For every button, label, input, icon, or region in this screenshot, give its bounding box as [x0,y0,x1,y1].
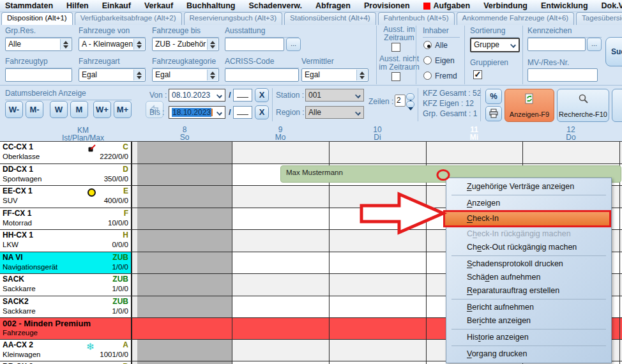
vehicle-name: SACK2 [3,297,29,306]
vehicle-name: SACK [3,275,24,284]
vehicle-type: Sportwagen [3,175,42,183]
vehicle-group-letter: D [123,165,128,174]
vehicle-group-letter: A [123,340,128,349]
vehicle-panel-cell[interactable]: SACKSackkarreZUB1/0/0 [0,274,131,296]
vehicle-name: CC-CX 1 [3,142,33,151]
vehicle-name: AA-CX 2 [3,340,33,349]
panel-grid-splitter [131,252,137,273]
context-menu-item-check-in-r-ckg-ngig-machen: Check-In rückgängig machen [446,227,611,241]
context-menu-item-schadensprotokoll-drucken[interactable]: Schadensprotokoll drucken [446,257,611,271]
vehicle-panel-cell[interactable]: SACK2SackkarreZUB1/0/0 [0,296,131,317]
context-menu: Zugehörige Verträge anzeigenAnzeigenChec… [446,178,612,363]
vehicle-type: Fahrzeuge [3,329,38,337]
vehicle-group-letter: C [123,142,128,151]
weekend-column-cell[interactable] [137,142,232,163]
vehicle-group-letter: F [124,209,128,218]
panel-grid-splitter [131,208,137,229]
weekend-column-cell[interactable] [137,340,232,361]
menu-separator [451,329,606,330]
panel-grid-splitter [131,230,137,252]
vehicle-km-values: 1/0/0 [112,285,128,292]
context-menu-item-check-in[interactable]: Check-In [443,210,611,227]
vehicle-type: Navigationsgerät [3,263,57,271]
vehicle-type: Kleinwagen [3,351,40,358]
panel-grid-splitter [131,340,137,361]
vehicle-group-letter: ZUB [112,275,128,284]
vehicle-group-letter: H [123,231,128,239]
context-menu-item-anzeigen[interactable]: Anzeigen [446,197,611,210]
vehicle-km-values: 10/0/0 [108,219,128,227]
context-menu-item-bericht-aufnehmen[interactable]: Bericht aufnehmen [446,301,611,314]
context-menu-item-reparaturauftrag-erstellen[interactable]: Reparaturauftrag erstellen [446,284,611,298]
vehicle-group-letter: ZUB [112,297,128,306]
weekend-column-cell[interactable] [137,186,232,208]
schedule-row-cells[interactable] [137,142,622,163]
vehicle-name: EE-CX 1 [3,186,33,195]
vehicle-km-values: 2220/0/0 [100,153,128,160]
weekend-column-cell[interactable] [137,230,232,252]
vehicle-panel-cell[interactable]: FF-CX 1MotorradF10/0/0 [0,208,131,229]
weekend-column-cell[interactable] [137,208,232,229]
vehicle-type: Sackkarre [3,285,36,292]
vehicle-panel-cell[interactable]: CC-CX 1OberklasseC2220/0/0 [0,142,131,163]
menu-separator [451,299,606,300]
disposition-window: StammdatenHilfenEinkaufVerkaufBuchhaltun… [0,0,622,364]
vehicle-panel-cell[interactable]: DD-CX 1SportwagenD350/0/0 [0,164,131,185]
weekend-column-cell[interactable] [137,252,232,273]
menu-separator [451,345,606,346]
weekend-column-cell[interactable] [137,361,232,364]
vehicle-name: DD-CX 1 [3,165,33,174]
vehicle-km-values: 1/0/0 [112,307,128,315]
vehicle-panel-cell[interactable]: HH-CX 1LKWH0/0/0 [0,230,131,252]
weekend-column-cell[interactable] [137,274,232,296]
telematics-pen-icon [86,143,97,154]
panel-grid-splitter [131,318,137,339]
vehicle-panel-cell[interactable]: 002 - Minden PremiumFahrzeuge [0,318,131,339]
vehicle-group-letter: ZUB [112,253,128,262]
menu-separator [451,255,606,256]
context-menu-item-zugeh-rige-vertr-ge-anzeigen[interactable]: Zugehörige Verträge anzeigen [446,180,611,193]
vehicle-panel-cell[interactable]: EE-CX 1SUVE400/0/0 [0,186,131,208]
context-menu-item-vorgang-drucken[interactable]: Vorgang drucken [446,347,611,361]
vehicle-km-values: 0/0/0 [112,241,128,248]
vehicle-type: Motorrad [3,219,32,227]
vehicle-row: CC-CX 1OberklasseC2220/0/0 [0,142,622,164]
panel-grid-splitter [131,142,137,163]
panel-grid-splitter [131,186,137,208]
status-dot-icon [86,187,97,198]
vehicle-group-letter: E [123,186,128,195]
context-menu-item-check-out-r-ckg-ngig-machen[interactable]: Check-Out rückgängig machen [446,241,611,254]
vehicle-name: FF-CX 1 [3,209,31,218]
vehicle-type: LKW [3,241,19,248]
context-menu-item-berichte-anzeigen[interactable]: Berichte anzeigen [446,314,611,328]
vehicle-km-values: 350/0/0 [104,175,128,183]
vehicle-panel-cell[interactable]: NA VINavigationsgerätZUB1/0/0 [0,252,131,273]
winter-snowflake-icon: ❄ [86,341,97,352]
vehicle-km-values: 1001/0/0 [100,351,128,358]
vehicle-type: Sackkarre [3,307,36,315]
panel-grid-splitter [131,164,137,185]
vehicle-name: 002 - Minden Premium [3,319,91,328]
vehicle-km-values: 400/0/0 [104,197,128,204]
panel-grid-splitter [131,361,137,364]
vehicle-name: HH-CX 1 [3,231,33,239]
context-menu-item-sch-den-aufnehmen[interactable]: Schäden aufnehmen [446,271,611,284]
menu-separator [451,195,606,195]
weekend-column-cell[interactable] [137,296,232,317]
vehicle-name: NA VI [3,253,23,262]
vehicle-type: Oberklasse [3,153,40,160]
vehicle-panel-cell[interactable]: AA-CX 2KleinwagenA1001/0/0❄ [0,340,131,361]
vehicle-km-values: 1/0/0 [112,263,128,271]
context-menu-item-historie-anzeigen[interactable]: Historie anzeigen [446,331,611,344]
panel-grid-splitter [131,274,137,296]
vehicle-panel-cell[interactable]: BB-CX 2B [0,361,131,364]
vehicle-type: SUV [3,197,18,204]
panel-grid-splitter [131,296,137,317]
weekend-column-cell[interactable] [137,164,232,185]
